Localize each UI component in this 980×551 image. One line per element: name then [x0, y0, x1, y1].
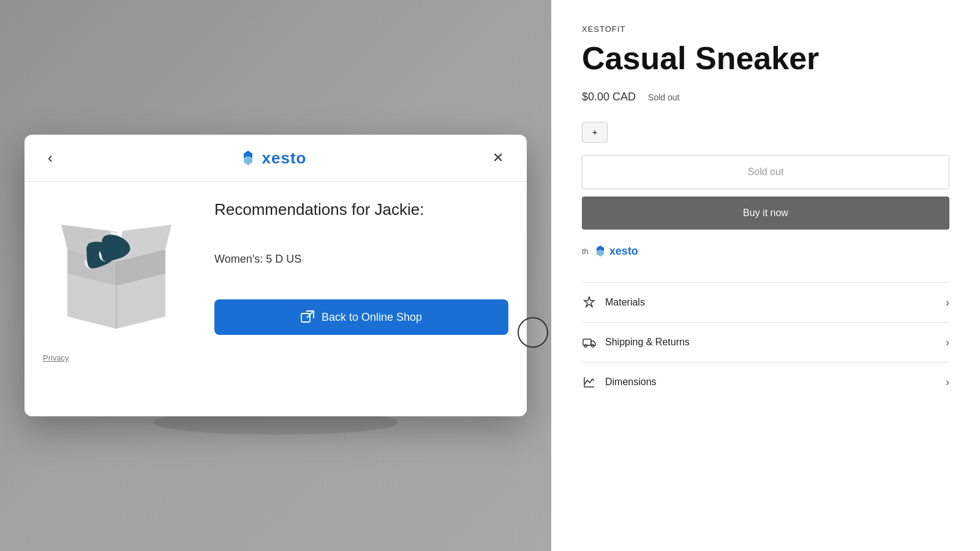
privacy-link[interactable]: Privacy — [43, 353, 69, 362]
materials-chevron: › — [946, 296, 949, 309]
dimensions-chevron: › — [946, 376, 949, 389]
materials-label-row: Materials — [582, 295, 645, 310]
xesto-logo: xesto — [239, 149, 307, 168]
delivery-box-svg — [55, 200, 178, 335]
shipping-chevron: › — [946, 336, 949, 349]
size-expand-button[interactable]: + — [582, 122, 608, 143]
modal-overlay: ‹ xesto ✕ — [0, 0, 551, 551]
xesto-right-logo: xesto — [594, 244, 638, 258]
right-panel: XESTOFIT Casual Sneaker $0.00 CAD Sold o… — [551, 0, 980, 551]
sold-out-button: Sold out — [582, 155, 949, 189]
xesto-icon — [239, 149, 257, 167]
materials-icon — [582, 295, 597, 310]
modal-size-recommendation: Women's: 5 D US — [214, 253, 508, 266]
product-title: Casual Sneaker — [582, 41, 949, 76]
accordion-shipping[interactable]: Shipping & Returns › — [582, 322, 949, 362]
brand-name: XESTOFIT — [582, 24, 949, 34]
external-link-icon — [301, 310, 314, 324]
shipping-label: Shipping & Returns — [605, 337, 690, 348]
materials-label: Materials — [605, 297, 645, 308]
dimensions-label: Dimensions — [605, 377, 657, 388]
svg-rect-18 — [301, 313, 310, 322]
modal-close-button[interactable]: ✕ — [488, 148, 508, 168]
svg-rect-20 — [583, 339, 591, 345]
xesto-small-icon — [594, 244, 607, 258]
modal-content-area: Recommendations for Jackie: Women's: 5 D… — [214, 200, 508, 335]
recommendation-modal: ‹ xesto ✕ — [24, 135, 527, 416]
xesto-wordmark: xesto — [262, 149, 307, 168]
accordion-container: Materials › Shipping & Returns › — [582, 282, 949, 402]
svg-point-22 — [592, 345, 594, 347]
xesto-right-wordmark: xesto — [609, 245, 638, 258]
box-illustration — [43, 200, 190, 335]
product-price: $0.00 CAD — [582, 91, 636, 103]
modal-body: Recommendations for Jackie: Women's: 5 D… — [24, 182, 527, 347]
powered-by-text: th — [582, 247, 589, 256]
buy-now-button[interactable]: Buy it now — [582, 197, 949, 230]
shipping-label-row: Shipping & Returns — [582, 335, 690, 350]
modal-header: ‹ xesto ✕ — [24, 135, 527, 182]
accordion-materials[interactable]: Materials › — [582, 282, 949, 322]
modal-back-button[interactable]: ‹ — [43, 147, 58, 169]
modal-footer: Privacy — [24, 347, 527, 375]
shipping-icon — [582, 335, 597, 350]
dimensions-icon — [582, 375, 597, 389]
left-panel: ★ ‹ xesto ✕ — [0, 0, 551, 551]
modal-recommendation-title: Recommendations for Jackie: — [214, 200, 508, 219]
accordion-dimensions[interactable]: Dimensions › — [582, 362, 949, 402]
price-row: $0.00 CAD Sold out — [582, 91, 949, 103]
xesto-powered-row: th xesto — [582, 244, 949, 258]
svg-point-21 — [584, 345, 587, 347]
size-selector-row: + — [582, 122, 949, 143]
sold-out-text: Sold out — [648, 92, 679, 102]
dimensions-label-row: Dimensions — [582, 375, 657, 389]
back-to-shop-button[interactable]: Back to Online Shop — [214, 299, 508, 335]
back-to-shop-label: Back to Online Shop — [322, 311, 422, 324]
